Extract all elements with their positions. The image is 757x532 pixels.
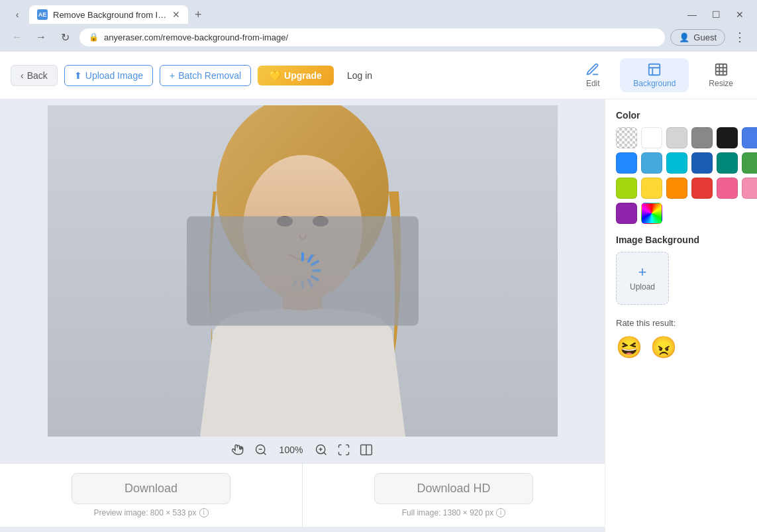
color-swatch-hotpink[interactable] — [742, 178, 757, 199]
color-swatch-white[interactable] — [641, 127, 662, 148]
color-swatch-orange[interactable] — [666, 178, 687, 199]
color-swatch-black[interactable] — [717, 127, 738, 148]
rating-emojis: 😆 😠 — [616, 335, 746, 360]
color-swatch-purple[interactable] — [616, 203, 637, 224]
svg-line-10 — [312, 262, 318, 265]
spinner-svg: @keyframes spin-dots { 0% { transform: r… — [283, 251, 323, 291]
loading-overlay: @keyframes spin-dots { 0% { transform: r… — [187, 216, 419, 325]
app-content: ‹ Back ⬆ Upload Image + Batch Removal 💛 … — [0, 52, 757, 532]
tab-resize[interactable]: Resize — [695, 58, 746, 92]
login-label: Log in — [347, 70, 372, 81]
resize-label: Resize — [709, 79, 733, 88]
minimize-button[interactable]: — — [683, 5, 701, 24]
color-swatch-skyblue[interactable] — [641, 152, 662, 174]
tab-edit[interactable]: Edit — [572, 58, 613, 92]
back-button[interactable]: ← — [8, 28, 26, 46]
color-swatch-transparent[interactable] — [616, 127, 637, 148]
color-swatch-pink[interactable] — [717, 178, 738, 199]
rating-angry-button[interactable]: 😠 — [650, 335, 677, 360]
image-background: @keyframes spin-dots { 0% { transform: r… — [48, 105, 558, 437]
color-swatch-green2[interactable] — [717, 152, 738, 174]
color-swatch-green[interactable] — [742, 152, 757, 174]
color-swatch-lightgray[interactable] — [666, 127, 687, 148]
tab-close-button[interactable]: ✕ — [172, 9, 180, 20]
rating-section: Rate this result: 😆 😠 — [616, 318, 746, 360]
svg-line-15 — [293, 280, 297, 286]
edit-icon — [585, 62, 600, 77]
color-swatch-yellow[interactable] — [641, 178, 662, 199]
zoom-level-display: 100% — [277, 445, 306, 455]
heart-icon: 💛 — [270, 70, 281, 81]
download-hd-button[interactable]: Download HD — [374, 473, 533, 504]
upload-icon: ⬆ — [74, 70, 82, 81]
full-image-info: Full image: 1380 × 920 px i — [402, 508, 505, 517]
prev-tab-button[interactable]: ‹ — [8, 5, 26, 24]
resize-icon — [714, 62, 729, 77]
color-swatch-gray[interactable] — [691, 127, 713, 148]
plus-icon: + — [170, 70, 175, 81]
address-bar-row: ← → ↻ 🔒 anyeraser.com/remove-background-… — [0, 24, 757, 52]
guest-label: Guest — [693, 32, 717, 42]
canvas-area: @keyframes spin-dots { 0% { transform: r… — [0, 99, 605, 532]
compare-icon — [360, 443, 373, 456]
upload-label: Upload Image — [85, 70, 143, 81]
new-tab-button[interactable]: + — [191, 7, 206, 23]
color-section-title: Color — [616, 110, 746, 121]
image-container: @keyframes spin-dots { 0% { transform: r… — [48, 105, 558, 437]
rating-title: Rate this result: — [616, 318, 746, 328]
address-bar[interactable]: 🔒 anyeraser.com/remove-background-from-i… — [79, 28, 665, 46]
back-label: Back — [27, 70, 48, 81]
active-tab[interactable]: AE Remove Background from Im... ✕ — [29, 5, 188, 24]
tab-favicon: AE — [37, 9, 48, 20]
color-swatch-blue[interactable] — [742, 127, 757, 148]
favicon-text: AE — [38, 11, 47, 18]
zoom-in-button[interactable] — [315, 443, 328, 456]
tab-background[interactable]: Background — [620, 58, 689, 92]
login-button[interactable]: Log in — [340, 66, 379, 85]
full-info-icon: i — [496, 508, 505, 517]
upload-bg-label: Upload — [630, 282, 655, 292]
upload-image-button[interactable]: ⬆ Upload Image — [64, 65, 153, 86]
background-label: Background — [633, 79, 676, 88]
close-button[interactable]: ✕ — [731, 5, 749, 24]
guest-icon: 👤 — [679, 32, 689, 42]
download-button[interactable]: Download — [72, 473, 230, 504]
zoom-out-icon — [254, 443, 268, 456]
fit-screen-button[interactable] — [337, 443, 350, 456]
color-swatch-teal[interactable] — [666, 152, 687, 174]
back-button[interactable]: ‹ Back — [11, 65, 58, 86]
reload-button[interactable]: ↻ — [56, 28, 74, 46]
color-swatch-lime[interactable] — [616, 178, 637, 199]
color-swatch-brightblue[interactable] — [616, 152, 637, 174]
tab-title: Remove Background from Im... — [53, 10, 167, 20]
browser-chrome: ‹ AE Remove Background from Im... ✕ + — … — [0, 0, 757, 52]
loading-spinner: @keyframes spin-dots { 0% { transform: r… — [283, 251, 323, 291]
svg-line-20 — [324, 452, 327, 454]
upgrade-button[interactable]: 💛 Upgrade — [258, 66, 334, 85]
rating-happy-button[interactable]: 😆 — [616, 335, 642, 360]
svg-line-12 — [312, 277, 318, 280]
maximize-button[interactable]: ☐ — [707, 5, 725, 24]
color-swatch-darkblue[interactable] — [691, 152, 713, 174]
browser-titlebar: ‹ AE Remove Background from Im... ✕ + — … — [0, 0, 757, 24]
download-section: Download Preview image: 800 × 533 px i — [0, 464, 303, 527]
batch-removal-button[interactable]: + Batch Removal — [160, 65, 251, 86]
color-swatch-rainbow[interactable] — [641, 203, 662, 224]
zoom-out-button[interactable] — [254, 443, 268, 456]
hand-icon — [232, 443, 245, 456]
forward-button[interactable]: → — [32, 28, 50, 46]
url-text: anyeraser.com/remove-background-from-ima… — [104, 32, 656, 42]
svg-rect-1 — [715, 64, 727, 76]
upload-background-button[interactable]: + Upload — [616, 252, 669, 305]
right-panel: Color — [605, 99, 757, 532]
browser-tabs: ‹ AE Remove Background from Im... ✕ + — [8, 5, 678, 24]
color-swatch-red[interactable] — [691, 178, 713, 199]
guest-button[interactable]: 👤 Guest — [670, 29, 725, 46]
pan-tool-button[interactable] — [232, 443, 245, 456]
svg-line-17 — [263, 452, 266, 454]
main-area: @keyframes spin-dots { 0% { transform: r… — [0, 99, 757, 532]
svg-line-9 — [309, 256, 312, 262]
lock-icon: 🔒 — [89, 32, 99, 42]
browser-menu-button[interactable]: ⋮ — [731, 28, 749, 46]
compare-button[interactable] — [360, 443, 373, 456]
